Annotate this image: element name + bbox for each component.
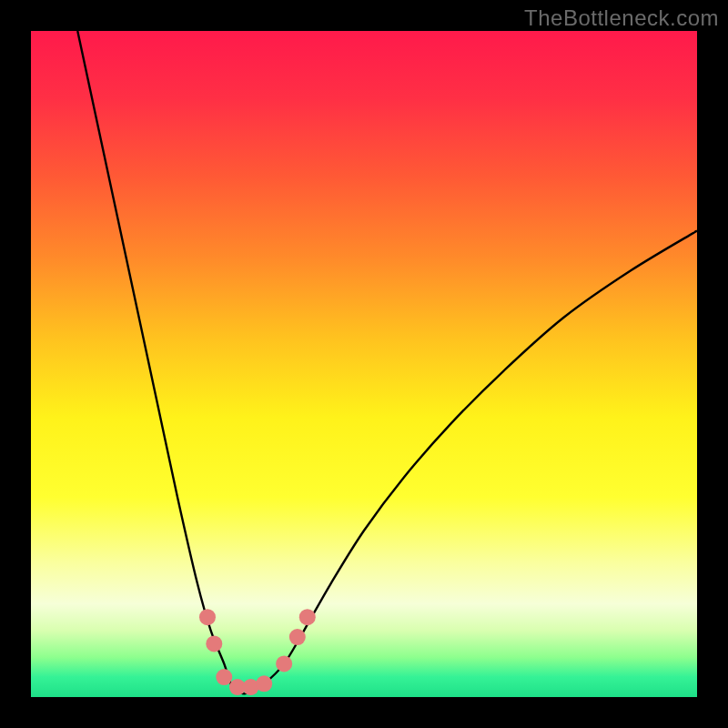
curve-marker	[199, 609, 216, 625]
curve-marker	[216, 669, 232, 685]
chart-plot-area	[31, 31, 697, 697]
curve-marker	[289, 629, 306, 645]
watermark-text: TheBottleneck.com	[524, 5, 719, 31]
chart-curve	[31, 31, 697, 697]
curve-marker	[299, 609, 316, 625]
curve-marker	[276, 655, 292, 672]
curve-marker	[206, 635, 222, 652]
curve-marker	[256, 675, 272, 692]
